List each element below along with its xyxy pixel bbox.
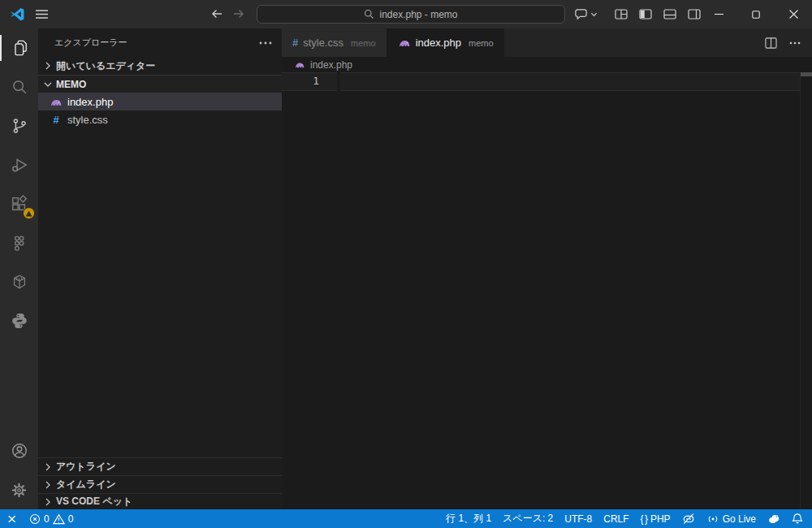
line-number: 1: [282, 75, 319, 87]
activitybar-explorer[interactable]: [0, 28, 38, 67]
section-label: VS CODE ペット: [56, 495, 132, 509]
sidebar-bottom-sections: アウトライン タイムライン VS CODE ペット: [38, 457, 282, 509]
activitybar-run-debug[interactable]: [0, 145, 38, 184]
eol-sequence[interactable]: CRLF: [598, 509, 634, 528]
account-icon: [11, 442, 28, 460]
section-folder-memo[interactable]: MEMO: [38, 75, 282, 93]
section-label: 開いているエディター: [56, 59, 155, 73]
nav-back-icon[interactable]: [209, 6, 224, 21]
section-label: アウトライン: [56, 460, 116, 474]
vscode-window: index.php - memo: [0, 0, 812, 528]
section-vscode-pets[interactable]: VS CODE ペット: [38, 493, 282, 509]
nav-forward-icon[interactable]: [231, 6, 246, 21]
file-row-index-php[interactable]: index.php: [38, 93, 282, 110]
window-controls: [700, 0, 812, 28]
search-text: index.php - memo: [379, 9, 457, 20]
chevron-right-icon: [41, 59, 54, 72]
problems-indicator[interactable]: 0 0: [24, 509, 79, 528]
breadcrumb-item: index.php: [310, 59, 352, 71]
go-live-text: Go Live: [723, 513, 756, 525]
warning-count: 0: [68, 513, 74, 525]
search-icon: [364, 9, 374, 19]
toggle-panel-icon[interactable]: [663, 9, 676, 19]
tab-index-php[interactable]: index.php memo: [387, 28, 504, 57]
extensions-warning-badge: [23, 207, 35, 219]
tab-badge: memo: [469, 38, 494, 48]
broadcast-icon: [706, 513, 719, 525]
chat-bubble-icon: [574, 7, 588, 21]
sidebar-title: エクスプローラー: [54, 37, 127, 49]
title-bar: index.php - memo: [0, 0, 812, 28]
minimize-button[interactable]: [700, 0, 737, 28]
editor-scrollbar[interactable]: [800, 72, 812, 509]
git-branch-icon: [11, 117, 28, 135]
copilot-chat-button[interactable]: [574, 7, 598, 21]
php-elephant-icon: [398, 37, 411, 48]
activitybar-account[interactable]: [0, 431, 38, 470]
line-col-text: 行 1、列 1: [446, 512, 491, 526]
css-hash-icon: #: [50, 114, 63, 126]
language-mode[interactable]: { } PHP: [635, 509, 676, 528]
copilot-status[interactable]: [676, 509, 701, 528]
brackets-icon: { }: [641, 513, 647, 525]
eol-text: CRLF: [603, 513, 628, 525]
bell-icon: [792, 513, 803, 525]
activitybar-source-control[interactable]: [0, 106, 38, 145]
more-actions-icon[interactable]: [259, 41, 272, 45]
activitybar-settings[interactable]: [0, 470, 38, 509]
chevron-right-icon: [41, 478, 54, 491]
maximize-button[interactable]: [737, 0, 775, 28]
container-cube-icon: [11, 273, 28, 291]
remote-icon: [6, 513, 18, 525]
activitybar-extension-figma[interactable]: [0, 223, 38, 262]
code-editor[interactable]: 1: [282, 72, 812, 509]
language-text: PHP: [650, 513, 671, 525]
warning-icon: [25, 210, 32, 217]
activitybar-extension-python[interactable]: [0, 301, 38, 340]
command-center-search[interactable]: index.php - memo: [257, 5, 565, 24]
remote-indicator[interactable]: [0, 509, 24, 528]
php-elephant-icon: [50, 97, 63, 107]
indentation[interactable]: スペース: 2: [497, 509, 559, 528]
activitybar-extension-container[interactable]: [0, 262, 38, 301]
more-actions-icon[interactable]: [789, 41, 801, 45]
section-outline[interactable]: アウトライン: [38, 457, 282, 475]
close-button[interactable]: [775, 0, 812, 28]
spaces-text: スペース: 2: [503, 512, 553, 526]
cursor-position[interactable]: 行 1、列 1: [440, 509, 497, 528]
menu-icon[interactable]: [36, 9, 48, 19]
editor-group: # style.css memo index.php memo index.ph…: [282, 28, 812, 509]
figma-icon: [11, 235, 28, 252]
chevron-down-icon: [590, 11, 598, 18]
copilot-disabled-icon: [682, 513, 695, 525]
squirrel-icon: [767, 513, 780, 525]
go-live-button[interactable]: Go Live: [701, 509, 762, 528]
current-line-highlight: [340, 72, 800, 91]
customize-layout-icon[interactable]: [615, 9, 628, 19]
file-row-style-css[interactable]: # style.css: [38, 110, 282, 128]
file-name: index.php: [67, 96, 113, 108]
php-elephant-icon: [294, 60, 305, 69]
error-icon: [29, 513, 41, 525]
file-name: style.css: [67, 114, 108, 126]
activitybar-search[interactable]: [0, 67, 38, 106]
chevron-right-icon: [41, 496, 54, 509]
pets-status[interactable]: [762, 509, 786, 528]
error-count: 0: [44, 513, 50, 525]
section-open-editors[interactable]: 開いているエディター: [38, 57, 282, 75]
css-hash-icon: #: [292, 37, 298, 49]
notifications-bell[interactable]: [786, 509, 809, 528]
debug-icon: [10, 156, 28, 175]
split-editor-icon[interactable]: [765, 37, 777, 49]
scrollbar-slider[interactable]: [801, 72, 812, 76]
breadcrumb[interactable]: index.php: [282, 57, 812, 72]
tab-bar: # style.css memo index.php memo: [282, 28, 812, 57]
section-label: タイムライン: [56, 478, 116, 491]
tab-actions: [765, 28, 812, 57]
toggle-primary-sidebar-icon[interactable]: [639, 9, 652, 19]
tab-style-css[interactable]: # style.css memo: [282, 28, 387, 57]
section-timeline[interactable]: タイムライン: [38, 475, 282, 493]
activitybar-extensions[interactable]: [0, 184, 38, 223]
encoding[interactable]: UTF-8: [559, 509, 598, 528]
toggle-secondary-sidebar-icon[interactable]: [688, 9, 701, 19]
